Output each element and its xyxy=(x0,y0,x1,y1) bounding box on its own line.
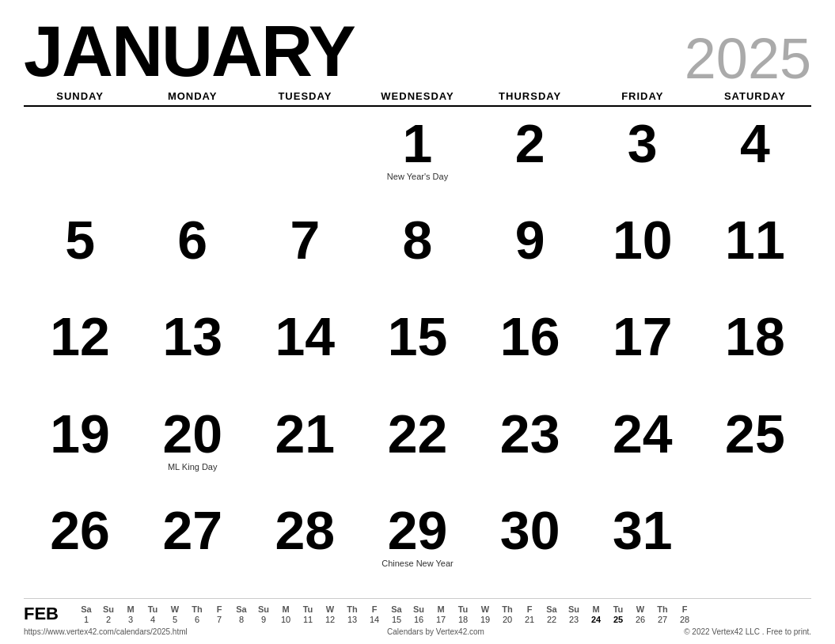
month-title: JANUARY xyxy=(24,16,355,87)
day-number: 1 xyxy=(403,116,433,170)
day-number: 26 xyxy=(50,503,110,557)
mini-day-header: Tu xyxy=(142,604,164,614)
day-number: 31 xyxy=(613,503,673,557)
mini-day: 28 xyxy=(674,615,696,624)
footer-center: Calendars by Vertex42.com xyxy=(387,627,484,636)
mini-day-header: Tu xyxy=(452,604,474,614)
mini-day: 26 xyxy=(629,615,651,624)
header: JANUARY 2025 xyxy=(24,16,811,87)
mini-day: 1 xyxy=(75,615,97,624)
mini-day-header: Su xyxy=(563,604,585,614)
day-number: 16 xyxy=(500,309,560,363)
day-number: 4 xyxy=(740,116,770,170)
calendar-container: JANUARY 2025 SUNDAYMONDAYTUESDAYWEDNESDA… xyxy=(0,0,835,644)
day-cell: 9 xyxy=(474,208,586,305)
day-cell: 21 xyxy=(249,402,361,498)
mini-day: 4 xyxy=(142,615,164,624)
mini-day-header: Sa xyxy=(541,604,563,614)
day-cell: 20ML King Day xyxy=(136,402,249,498)
mini-day-header: Th xyxy=(651,604,674,614)
mini-day: 12 xyxy=(319,615,341,624)
mini-day: 19 xyxy=(474,615,496,624)
mini-calendar: SaSuMTuWThFSaSuMTuWThFSaSuMTuWThFSaSuMTu… xyxy=(75,604,811,624)
day-number: 3 xyxy=(628,116,658,170)
mini-day-header: W xyxy=(164,604,186,614)
empty-cell xyxy=(699,498,811,595)
day-cell: 6 xyxy=(136,208,249,305)
day-cell: 8 xyxy=(361,208,473,305)
day-cell: 16 xyxy=(474,305,586,401)
mini-day: 20 xyxy=(496,615,518,624)
day-cell: 5 xyxy=(24,208,136,305)
mini-day: 22 xyxy=(541,615,563,624)
mini-day-header: W xyxy=(319,604,341,614)
day-number: 24 xyxy=(613,407,673,460)
day-event: New Year's Day xyxy=(387,172,448,181)
day-number: 5 xyxy=(65,213,95,267)
footer-url: https://www.vertex42.com/calendars/2025.… xyxy=(24,627,188,636)
mini-day-header: Su xyxy=(408,604,430,614)
day-event: Chinese New Year xyxy=(381,559,454,568)
day-header: THURSDAY xyxy=(474,90,586,102)
mini-day: 15 xyxy=(385,615,408,624)
mini-day: 14 xyxy=(363,615,385,624)
day-header: WEDNESDAY xyxy=(361,90,473,102)
mini-day-header: Th xyxy=(496,604,518,614)
day-cell: 14 xyxy=(249,305,361,401)
footer-right: © 2022 Vertex42 LLC . Free to print. xyxy=(684,627,811,636)
day-cell: 28 xyxy=(249,498,361,595)
mini-day: 24 xyxy=(585,615,607,624)
day-header: SATURDAY xyxy=(699,90,811,102)
day-cell: 4 xyxy=(699,112,811,208)
mini-day-header: Su xyxy=(97,604,120,614)
day-number: 29 xyxy=(388,503,448,557)
day-cell: 25 xyxy=(699,402,811,498)
day-cell: 30 xyxy=(474,498,586,595)
mini-day-header: Sa xyxy=(75,604,97,614)
mini-day: 7 xyxy=(208,615,230,624)
day-header: MONDAY xyxy=(136,90,249,102)
day-cell: 23 xyxy=(474,402,586,498)
day-header: FRIDAY xyxy=(586,90,699,102)
day-cell: 12 xyxy=(24,305,136,401)
day-cell: 24 xyxy=(586,402,699,498)
day-cell: 31 xyxy=(586,498,699,595)
day-number: 13 xyxy=(162,309,222,363)
day-headers: SUNDAYMONDAYTUESDAYWEDNESDAYTHURSDAYFRID… xyxy=(24,90,811,107)
day-cell: 22 xyxy=(361,402,473,498)
day-cell: 19 xyxy=(24,402,136,498)
day-number: 14 xyxy=(275,309,336,363)
day-cell: 29Chinese New Year xyxy=(361,498,473,595)
mini-day-header: M xyxy=(585,604,607,614)
mini-day-header: Tu xyxy=(297,604,319,614)
calendar-grid: 1New Year's Day2345678910111213141516171… xyxy=(24,112,811,595)
day-cell: 27 xyxy=(136,498,249,595)
day-cell: 10 xyxy=(586,208,699,305)
mini-day-header: Th xyxy=(186,604,208,614)
day-cell: 15 xyxy=(361,305,473,401)
mini-day-header: M xyxy=(430,604,452,614)
mini-day: 3 xyxy=(120,615,142,624)
mini-day: 16 xyxy=(408,615,430,624)
day-cell: 18 xyxy=(699,305,811,401)
day-number: 19 xyxy=(50,407,110,460)
day-number: 25 xyxy=(725,407,785,460)
day-number: 10 xyxy=(613,213,673,267)
mini-day: 10 xyxy=(275,615,297,624)
day-number: 8 xyxy=(403,213,433,267)
day-number: 21 xyxy=(275,407,336,460)
mini-day-header: W xyxy=(474,604,496,614)
day-number: 23 xyxy=(500,407,560,460)
day-number: 28 xyxy=(275,503,336,557)
empty-cell xyxy=(249,112,361,208)
mini-day: 5 xyxy=(164,615,186,624)
day-number: 12 xyxy=(50,309,110,363)
mini-day: 21 xyxy=(518,615,541,624)
mini-day-header: Su xyxy=(252,604,275,614)
mini-month-label: FEB xyxy=(24,604,75,624)
day-number: 15 xyxy=(388,309,448,363)
day-number: 18 xyxy=(725,309,785,363)
day-number: 9 xyxy=(515,213,545,267)
day-header: SUNDAY xyxy=(24,90,136,102)
day-cell: 11 xyxy=(699,208,811,305)
